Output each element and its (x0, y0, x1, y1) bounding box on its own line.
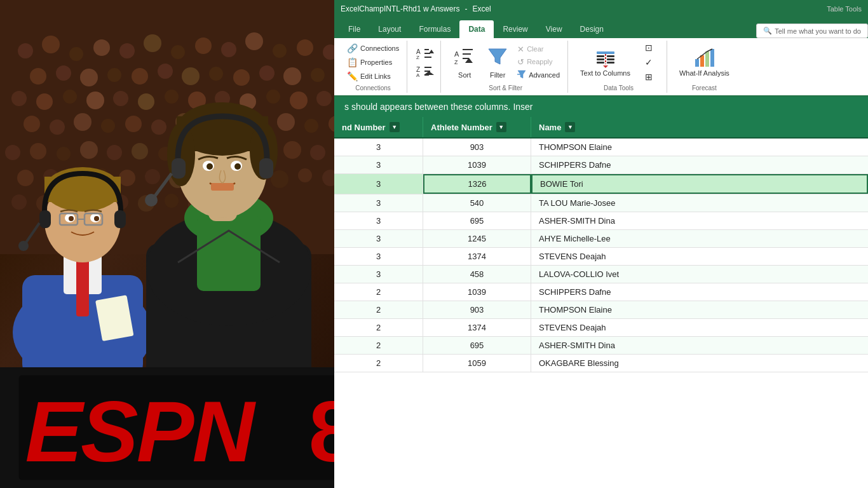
tab-view[interactable]: View (537, 20, 571, 38)
remove-duplicates-button[interactable]: ⊡ (636, 41, 661, 55)
clear-label: Clear (527, 45, 543, 53)
cell-round: 3 (334, 266, 423, 283)
table-row[interactable]: 2 1059 OKAGBARE Blessing (334, 355, 868, 372)
sort-az-button[interactable]: A Z (412, 45, 438, 62)
svg-rect-139 (172, 158, 186, 179)
svg-marker-170 (489, 49, 506, 64)
spreadsheet: nd Number ▼ Athlete Number ▼ Name ▼ 3 90… (334, 117, 868, 488)
sort-za-button[interactable]: Z A (412, 63, 438, 79)
cell-name: SCHIPPERS Dafne (531, 283, 868, 301)
sort-az-buttons: A Z Z A (412, 41, 438, 84)
data-validation-button[interactable]: ✓ (636, 55, 661, 69)
cell-name: AHYE Michelle-Lee (531, 230, 868, 247)
connections-button[interactable]: 🔗 Connections (344, 42, 402, 55)
app-name: Excel (472, 4, 491, 13)
cell-name: ASHER-SMITH Dina (531, 212, 868, 229)
advanced-icon (517, 70, 526, 81)
cell-round: 2 (334, 355, 423, 372)
commentator-2 (108, 53, 349, 370)
table-row[interactable]: 3 1326 BOWIE Tori (334, 174, 868, 194)
reapply-icon: ↺ (517, 57, 524, 67)
cell-athlete-num: 695 (423, 212, 531, 229)
cell-round: 3 (334, 156, 423, 173)
tab-layout[interactable]: Layout (369, 20, 410, 38)
tab-data[interactable]: Data (459, 20, 494, 38)
svg-point-17 (30, 68, 46, 85)
table-row[interactable]: 2 1039 SCHIPPERS Dafne (334, 283, 868, 301)
svg-text:Z: Z (454, 59, 458, 65)
svg-point-2 (42, 36, 60, 53)
table-row[interactable]: 3 458 LALOVA-COLLIO Ivet (334, 266, 868, 283)
file-title: ExcelChampINTL-Rhd1 w Answers (341, 4, 459, 13)
cell-athlete-num: 1374 (423, 248, 531, 265)
properties-button[interactable]: 📋 Properties (344, 56, 402, 69)
table-row[interactable]: 3 1245 AHYE Michelle-Lee (334, 230, 868, 248)
svg-text:A: A (454, 50, 459, 58)
svg-point-146 (234, 163, 241, 170)
cell-name: OKAGBARE Blessing (531, 355, 868, 372)
connections-icon: 🔗 (347, 43, 358, 53)
svg-point-8 (195, 37, 212, 54)
clear-button[interactable]: ✕ Clear (515, 43, 562, 55)
remove-dup-icon: ⊡ (645, 43, 653, 53)
table-row[interactable]: 3 540 TA LOU Marie-Josee (334, 194, 868, 212)
svg-point-142 (145, 194, 158, 207)
col-athlete-filter[interactable]: ▼ (496, 122, 506, 132)
consolidate-button[interactable]: ⊞ (636, 70, 661, 84)
filter-button[interactable]: Filter (482, 41, 513, 84)
table-header: nd Number ▼ Athlete Number ▼ Name ▼ (334, 117, 868, 139)
svg-point-33 (11, 91, 27, 106)
col-name-filter[interactable]: ▼ (565, 122, 575, 132)
cell-name: STEVENS Deajah (531, 248, 868, 265)
edit-links-button[interactable]: ✏️ Edit Links (344, 70, 402, 83)
properties-icon: 📋 (347, 57, 358, 67)
tab-design[interactable]: Design (571, 20, 613, 38)
svg-rect-132 (197, 215, 261, 291)
search-icon: 🔍 (763, 27, 772, 35)
table-row[interactable]: 2 903 THOMPSON Elaine (334, 301, 868, 319)
text-to-columns-icon (595, 48, 616, 69)
table-row[interactable]: 3 903 THOMPSON Elaine (334, 139, 868, 156)
svg-text:ESPN: ESPN (25, 383, 256, 480)
sort-label: Sort (458, 71, 471, 79)
svg-point-19 (80, 69, 98, 86)
table-row[interactable]: 3 695 ASHER-SMITH Dina (334, 212, 868, 230)
tab-file[interactable]: File (339, 20, 369, 38)
cell-athlete-num: 1039 (423, 156, 531, 173)
svg-rect-184 (705, 51, 709, 67)
advanced-button[interactable]: Advanced (515, 69, 562, 82)
col-round-filter[interactable]: ▼ (390, 122, 400, 132)
ribbon-group-sort-az: A Z Z A (410, 41, 441, 93)
tab-review[interactable]: Review (494, 20, 536, 38)
cell-round: 2 (334, 283, 423, 301)
reapply-button[interactable]: ↺ Reapply (515, 56, 562, 68)
sort-button[interactable]: A Z Sort (449, 41, 480, 84)
tab-formulas[interactable]: Formulas (410, 20, 459, 38)
cell-round: 2 (334, 319, 423, 336)
cell-name: STEVENS Deajah (531, 319, 868, 336)
cell-name: TA LOU Marie-Josee (531, 194, 868, 212)
table-row[interactable]: 3 1039 SCHIPPERS Dafne (334, 156, 868, 174)
table-tools-label: Table Tools (827, 5, 862, 13)
advanced-label: Advanced (529, 71, 560, 79)
table-row[interactable]: 2 1374 STEVENS Deajah (334, 319, 868, 337)
edit-links-icon: ✏️ (347, 71, 358, 81)
svg-rect-179 (607, 62, 614, 64)
svg-point-35 (63, 90, 77, 104)
table-row[interactable]: 3 1374 STEVENS Deajah (334, 248, 868, 266)
filter-options: ✕ Clear ↺ Reapply (515, 43, 562, 82)
data-tools-extra: ⊡ ✓ ⊞ (636, 41, 661, 84)
title-bar: ExcelChampINTL-Rhd1 w Answers - Excel Ta… (334, 0, 868, 18)
what-if-button[interactable]: What-If Analysis (675, 41, 734, 84)
text-to-columns-button[interactable]: Text to Columns (576, 41, 635, 84)
sort-az-icon: A Z (416, 46, 434, 60)
tell-me-input[interactable]: 🔍 Tell me what you want to do (756, 24, 868, 38)
cell-round: 3 (334, 212, 423, 229)
svg-point-36 (86, 92, 104, 109)
connections-label: Connections (360, 44, 399, 52)
ribbon-tabs: File Layout Formulas Data Review View De… (334, 18, 868, 38)
connections-buttons: 🔗 Connections 📋 Properties ✏️ Edit Links (344, 42, 402, 83)
svg-point-120 (18, 241, 29, 251)
table-row[interactable]: 2 695 ASHER-SMITH Dina (334, 337, 868, 355)
reapply-label: Reapply (527, 58, 552, 65)
